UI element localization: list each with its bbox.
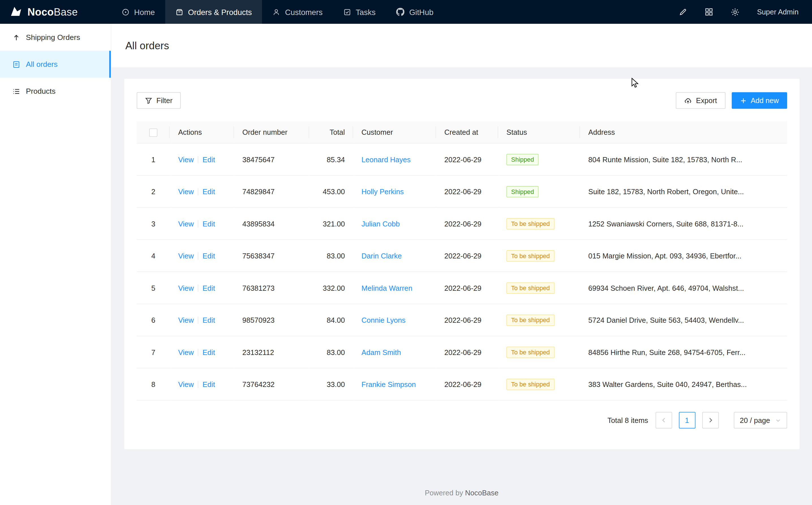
prev-page-button[interactable] [655, 412, 672, 429]
total-cell: 321.00 [309, 208, 353, 240]
row-actions: ViewEdit [170, 272, 234, 304]
nav-item-orders-products[interactable]: Orders & Products [165, 0, 262, 24]
page-1-button[interactable]: 1 [679, 412, 696, 429]
edit-link[interactable]: Edit [203, 380, 215, 388]
export-button-label: Export [696, 96, 717, 105]
created-at-cell: 2022-06-29 [436, 304, 498, 336]
sidebar-item-products[interactable]: Products [0, 78, 111, 105]
status-tag: To be shipped [506, 218, 555, 229]
nav-item-tasks[interactable]: Tasks [333, 0, 386, 24]
sidebar-item-label: All orders [26, 60, 58, 68]
customer-link[interactable]: Leonard Hayes [361, 155, 411, 164]
action-divider [198, 252, 198, 260]
nocobase-logo-icon [9, 5, 23, 19]
customer-link[interactable]: Connie Lyons [361, 316, 406, 324]
nav-item-label: GitHub [409, 8, 433, 16]
orders-table: Actions Order number Total Customer Crea… [137, 121, 787, 400]
view-link[interactable]: View [178, 187, 194, 196]
table-row: 6 ViewEdit 98570923 84.00 Connie Lyons 2… [137, 304, 787, 336]
view-link[interactable]: View [178, 284, 194, 292]
order-number-cell: 76381273 [234, 272, 309, 304]
status-cell: To be shipped [498, 208, 580, 240]
nocobase-app: NocoBase Home Orders & Products Customer… [0, 0, 812, 505]
customer-cell: Melinda Warren [353, 272, 436, 304]
row-actions: ViewEdit [170, 175, 234, 207]
page-title: All orders [125, 40, 169, 51]
view-link[interactable]: View [178, 251, 194, 260]
customer-link[interactable]: Darin Clarke [361, 251, 402, 260]
created-at-cell: 2022-06-29 [436, 240, 498, 272]
add-new-button[interactable]: Add new [731, 92, 787, 109]
table-row: 8 ViewEdit 73764232 33.00 Frankie Simpso… [137, 368, 787, 400]
total-cell: 85.34 [309, 144, 353, 175]
status-tag: To be shipped [506, 282, 555, 294]
row-index: 6 [137, 304, 170, 336]
table-row: 1 ViewEdit 38475647 85.34 Leonard Hayes … [137, 144, 787, 175]
status-cell: Shipped [498, 144, 580, 175]
edit-link[interactable]: Edit [203, 155, 215, 164]
nav-item-label: Tasks [356, 8, 375, 16]
address-cell: 804 Runte Mission, Suite 182, 15783, Nor… [580, 144, 787, 175]
status-cell: To be shipped [498, 368, 580, 400]
column-header-customer: Customer [353, 121, 436, 143]
list-icon [12, 87, 20, 95]
main-menu: Home Orders & Products Customers Tasks [111, 0, 444, 24]
blocks-icon[interactable] [705, 8, 713, 16]
address-cell: 84856 Hirthe Run, Suite 268, 94754-6705,… [580, 336, 787, 368]
edit-link[interactable]: Edit [203, 284, 215, 292]
nav-item-github[interactable]: GitHub [386, 0, 444, 24]
user-menu[interactable]: Super Admin [757, 8, 799, 16]
row-index: 8 [137, 368, 170, 400]
view-link[interactable]: View [178, 380, 194, 388]
nav-item-home[interactable]: Home [111, 0, 165, 24]
customer-cell: Darin Clarke [353, 240, 436, 272]
sidebar-item-all-orders[interactable]: All orders [0, 51, 111, 77]
select-all-checkbox[interactable] [149, 129, 157, 137]
view-link[interactable]: View [178, 220, 194, 228]
page-size-select[interactable]: 20 / page [734, 412, 787, 429]
action-divider [198, 188, 198, 195]
settings-gear-icon[interactable] [731, 8, 739, 16]
row-index: 5 [137, 272, 170, 304]
pagination-total: Total 8 items [607, 416, 648, 424]
cloud-export-icon [684, 97, 692, 104]
customer-link[interactable]: Adam Smith [361, 348, 401, 356]
page-size-value: 20 / page [740, 416, 770, 424]
customer-link[interactable]: Melinda Warren [361, 284, 413, 292]
edit-link[interactable]: Edit [203, 220, 215, 228]
table-row: 5 ViewEdit 76381273 332.00 Melinda Warre… [137, 272, 787, 304]
action-divider [198, 156, 198, 163]
github-icon [396, 8, 404, 16]
total-cell: 33.00 [309, 368, 353, 400]
next-page-button[interactable] [702, 412, 719, 429]
status-tag: Shipped [506, 186, 539, 197]
edit-link[interactable]: Edit [203, 348, 215, 356]
row-index: 4 [137, 240, 170, 272]
edit-link[interactable]: Edit [203, 251, 215, 260]
customer-cell: Leonard Hayes [353, 144, 436, 175]
sidebar-item-shipping-orders[interactable]: Shipping Orders [0, 24, 111, 51]
customer-cell: Julian Cobb [353, 208, 436, 240]
table-row: 2 ViewEdit 74829847 453.00 Holly Perkins… [137, 175, 787, 207]
filter-funnel-icon [145, 97, 152, 104]
view-link[interactable]: View [178, 348, 194, 356]
footer-brand: NocoBase [465, 489, 499, 497]
orders-file-icon [12, 60, 20, 68]
customer-link[interactable]: Julian Cobb [361, 220, 400, 228]
nav-item-customers[interactable]: Customers [262, 0, 333, 24]
view-link[interactable]: View [178, 316, 194, 324]
column-header-total: Total [309, 121, 353, 143]
status-cell: To be shipped [498, 336, 580, 368]
filter-button[interactable]: Filter [137, 92, 181, 109]
customer-link[interactable]: Holly Perkins [361, 187, 404, 196]
nocobase-logo[interactable]: NocoBase [0, 0, 111, 24]
chevron-right-icon [707, 417, 714, 424]
filter-button-label: Filter [157, 96, 173, 105]
edit-link[interactable]: Edit [203, 316, 215, 324]
edit-link[interactable]: Edit [203, 187, 215, 196]
export-button[interactable]: Export [676, 92, 726, 109]
row-index: 2 [137, 175, 170, 207]
design-pen-icon[interactable] [679, 8, 687, 16]
customer-link[interactable]: Frankie Simpson [361, 380, 416, 388]
view-link[interactable]: View [178, 155, 194, 164]
